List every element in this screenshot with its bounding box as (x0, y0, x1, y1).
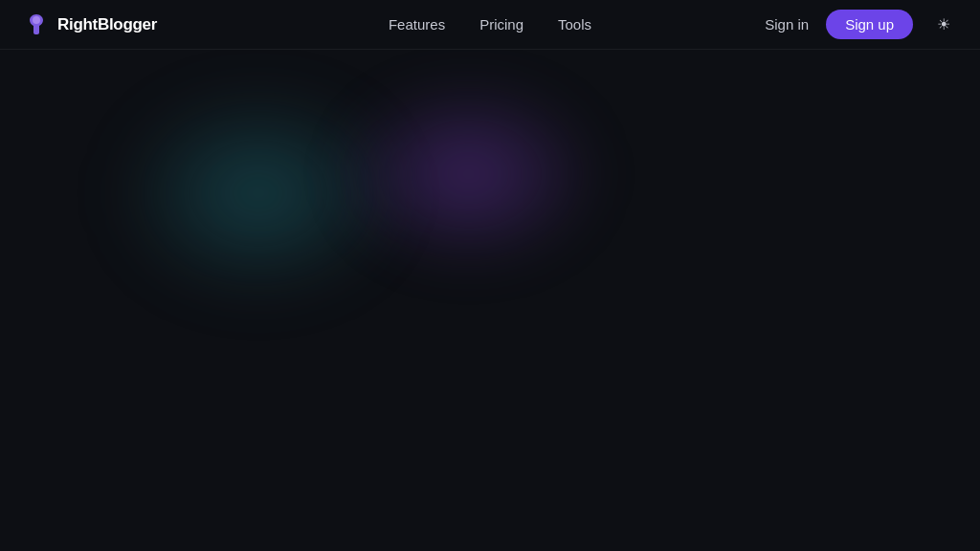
nav-pricing[interactable]: Pricing (479, 16, 523, 33)
glow-teal (115, 88, 402, 298)
brand-name: RightBlogger (57, 15, 157, 34)
sign-in-button[interactable]: Sign in (765, 16, 809, 33)
nav-tools[interactable]: Tools (558, 16, 591, 33)
logo-area: RightBlogger (23, 11, 157, 38)
sign-up-button[interactable]: Sign up (826, 10, 913, 39)
nav-links: Features Pricing Tools (389, 16, 591, 33)
theme-toggle-button[interactable]: ☀ (930, 11, 957, 38)
navbar: RightBlogger Features Pricing Tools Sign… (0, 0, 980, 50)
glow-purple (335, 78, 603, 270)
main-content (0, 50, 980, 551)
sun-icon: ☀ (937, 15, 950, 33)
logo-icon (23, 11, 50, 38)
nav-features[interactable]: Features (389, 16, 445, 33)
navbar-right: Sign in Sign up ☀ (765, 10, 957, 39)
svg-point-0 (33, 16, 40, 24)
background-glow (0, 50, 980, 551)
